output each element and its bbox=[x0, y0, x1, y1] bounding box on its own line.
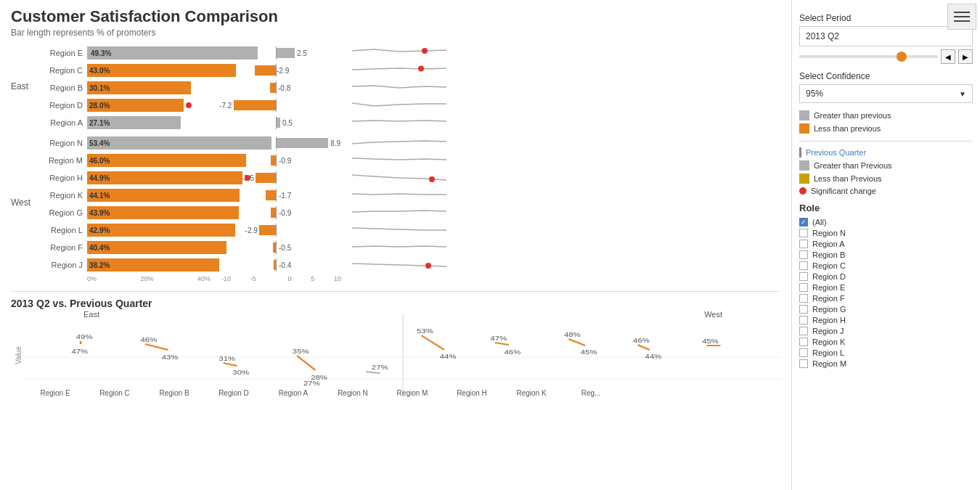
west-group-label: West bbox=[11, 197, 30, 208]
role-title: Role bbox=[799, 203, 973, 213]
svg-point-0 bbox=[422, 48, 428, 54]
checkbox-region-l[interactable]: Region L bbox=[799, 348, 973, 357]
legend-section: Greater than previous Less than previous bbox=[799, 110, 973, 134]
checkbox-region-g[interactable]: Region G bbox=[799, 305, 973, 314]
checkbox-icon[interactable] bbox=[799, 272, 808, 281]
checkbox-region-b[interactable]: Region B bbox=[799, 250, 973, 259]
svg-text:48%: 48% bbox=[564, 331, 581, 338]
sparkline-row bbox=[352, 45, 446, 61]
period-prev-button[interactable]: ◀ bbox=[941, 49, 955, 64]
svg-text:46%: 46% bbox=[633, 337, 650, 344]
svg-text:45%: 45% bbox=[702, 338, 719, 345]
legend-yellow-box bbox=[799, 173, 809, 184]
svg-text:46%: 46% bbox=[141, 336, 158, 343]
checkbox-region-d[interactable]: Region D bbox=[799, 272, 973, 281]
checkbox-region-k[interactable]: Region K bbox=[799, 338, 973, 346]
table-row: Region F 40.4% bbox=[40, 240, 211, 256]
legend-gray-box bbox=[799, 110, 809, 121]
chevron-down-icon: ▼ bbox=[959, 90, 966, 98]
checkbox-icon[interactable]: ✓ bbox=[799, 218, 808, 226]
sparklines-area bbox=[352, 45, 446, 282]
svg-text:27%: 27% bbox=[372, 364, 388, 371]
checkbox-icon[interactable] bbox=[799, 348, 808, 357]
prev-quarter-label: Previous Quarter bbox=[806, 148, 866, 157]
checkbox-icon[interactable] bbox=[799, 305, 808, 314]
checkbox-icon[interactable] bbox=[799, 283, 808, 292]
table-row: Region L 42.9% bbox=[40, 222, 211, 238]
table-row: Region G 43.9% bbox=[40, 205, 211, 221]
checkbox-icon[interactable] bbox=[799, 229, 808, 237]
significant-dot bbox=[186, 102, 192, 108]
checkbox-region-h[interactable]: Region H bbox=[799, 316, 973, 324]
table-row: Region D 28.0% bbox=[40, 97, 211, 113]
confidence-select[interactable]: 95% ▼ bbox=[799, 84, 973, 103]
table-row: Region H 44.9% bbox=[40, 170, 211, 186]
svg-text:44%: 44% bbox=[440, 353, 457, 360]
checkbox-icon[interactable] bbox=[799, 338, 808, 346]
table-row: Region B 30.1% bbox=[40, 80, 211, 96]
sparkline-row bbox=[352, 257, 446, 273]
checkbox-icon[interactable] bbox=[799, 359, 808, 368]
checkbox-region-j[interactable]: Region J bbox=[799, 327, 973, 335]
divider bbox=[799, 141, 973, 142]
checkbox-region-e[interactable]: Region E bbox=[799, 283, 973, 292]
svg-point-2 bbox=[429, 176, 435, 182]
svg-text:45%: 45% bbox=[581, 348, 597, 356]
svg-text:44%: 44% bbox=[645, 353, 662, 360]
table-row: Region K 44.1% bbox=[40, 187, 211, 203]
checkbox-region-f[interactable]: Region F bbox=[799, 294, 973, 303]
sparkline-row bbox=[352, 222, 446, 238]
less-than-prev-label: Less than previous bbox=[814, 124, 881, 133]
sparkline-row bbox=[352, 97, 446, 113]
east-group: Region E 49.3% Region C bbox=[40, 45, 211, 131]
table-row: Region M 46.0% bbox=[40, 152, 211, 168]
checkbox-icon[interactable] bbox=[799, 327, 808, 335]
table-row: Region J 38.2% bbox=[40, 257, 211, 273]
bottom-section: 2013 Q2 vs. Previous Quarter Value East … bbox=[11, 291, 780, 397]
less-prev-label2: Less than Previous bbox=[814, 174, 882, 183]
svg-text:30%: 30% bbox=[232, 369, 249, 376]
svg-text:43%: 43% bbox=[162, 354, 179, 361]
checkbox-region-a[interactable]: Region A bbox=[799, 240, 973, 248]
sparkline-row bbox=[352, 135, 446, 151]
legend-gray-box2 bbox=[799, 160, 809, 171]
checkbox-icon[interactable] bbox=[799, 294, 808, 303]
svg-text:31%: 31% bbox=[219, 355, 235, 362]
page-subtitle: Bar length represents % of promoters bbox=[11, 28, 780, 38]
table-row: Region C 43.0% bbox=[40, 62, 211, 78]
svg-point-1 bbox=[418, 66, 424, 72]
right-panel: Select Period 2013 Q2 ◀ ▶ Select Confide… bbox=[791, 0, 980, 490]
svg-text:47%: 47% bbox=[71, 348, 88, 355]
greater-prev-label2: Greater than Previous bbox=[814, 161, 892, 170]
select-confidence-label: Select Confidence bbox=[799, 71, 973, 81]
legend-orange-box bbox=[799, 123, 809, 134]
period-next-button[interactable]: ▶ bbox=[958, 49, 973, 64]
checkbox-icon[interactable] bbox=[799, 316, 808, 324]
svg-text:46%: 46% bbox=[505, 348, 521, 356]
checkbox-region-c[interactable]: Region C bbox=[799, 261, 973, 270]
checkbox-icon[interactable] bbox=[799, 240, 808, 248]
significant-dot bbox=[245, 175, 250, 181]
page-title: Customer Satisfaction Comparison bbox=[11, 7, 780, 26]
checkbox-region-m[interactable]: Region M bbox=[799, 359, 973, 368]
sparkline-row bbox=[352, 170, 446, 186]
checkbox-region-n[interactable]: Region N bbox=[799, 229, 973, 237]
significant-change-label: Significant change bbox=[811, 187, 876, 195]
svg-text:47%: 47% bbox=[490, 335, 507, 342]
checkbox-all[interactable]: ✓ (All) bbox=[799, 218, 973, 226]
sparkline-row bbox=[352, 62, 446, 78]
sparkline-row bbox=[352, 80, 446, 96]
svg-text:35%: 35% bbox=[293, 348, 309, 355]
table-row: Region A 27.1% bbox=[40, 115, 211, 131]
prev-quarter-line bbox=[799, 147, 801, 158]
checkbox-icon[interactable] bbox=[799, 250, 808, 259]
greater-than-prev-label: Greater than previous bbox=[814, 111, 891, 120]
table-row: Region E 49.3% bbox=[40, 45, 211, 61]
svg-text:53%: 53% bbox=[417, 327, 433, 335]
legend-dot-red bbox=[799, 187, 807, 195]
checkbox-icon[interactable] bbox=[799, 261, 808, 270]
sparkline-row bbox=[352, 115, 446, 131]
menu-button[interactable] bbox=[947, 4, 976, 30]
sparkline-row bbox=[352, 187, 446, 203]
west-group: Region N 53.4% Region M bbox=[40, 135, 211, 273]
